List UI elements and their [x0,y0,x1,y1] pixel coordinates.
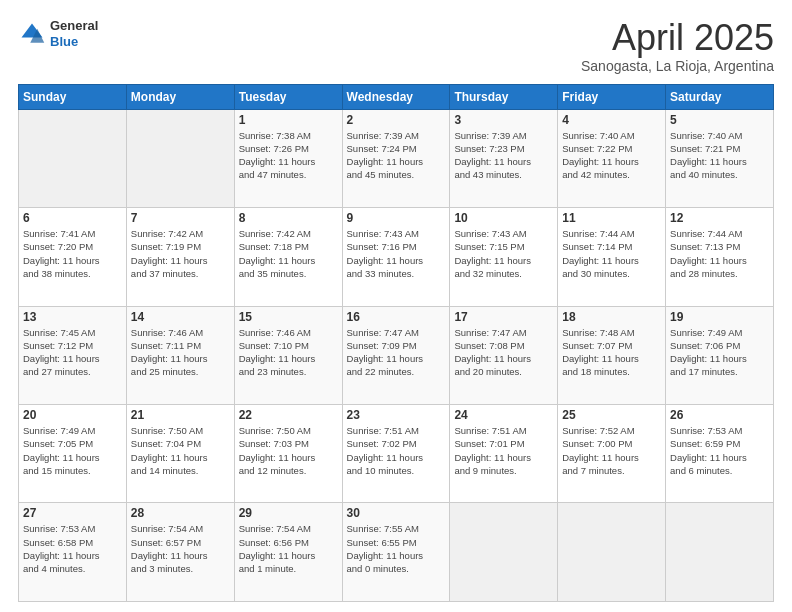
day-number: 24 [454,408,553,422]
day-number: 8 [239,211,338,225]
day-number: 29 [239,506,338,520]
day-detail: Sunrise: 7:44 AM Sunset: 7:13 PM Dayligh… [670,227,769,280]
day-number: 9 [347,211,446,225]
calendar-cell: 24Sunrise: 7:51 AM Sunset: 7:01 PM Dayli… [450,405,558,503]
day-detail: Sunrise: 7:40 AM Sunset: 7:22 PM Dayligh… [562,129,661,182]
calendar-cell: 10Sunrise: 7:43 AM Sunset: 7:15 PM Dayli… [450,208,558,306]
day-detail: Sunrise: 7:44 AM Sunset: 7:14 PM Dayligh… [562,227,661,280]
day-detail: Sunrise: 7:41 AM Sunset: 7:20 PM Dayligh… [23,227,122,280]
calendar-cell: 13Sunrise: 7:45 AM Sunset: 7:12 PM Dayli… [19,306,127,404]
col-thursday: Thursday [450,84,558,109]
calendar-title: April 2025 [581,18,774,58]
day-detail: Sunrise: 7:40 AM Sunset: 7:21 PM Dayligh… [670,129,769,182]
calendar-cell [558,503,666,602]
calendar-cell [666,503,774,602]
calendar-cell: 3Sunrise: 7:39 AM Sunset: 7:23 PM Daylig… [450,109,558,207]
calendar-cell: 28Sunrise: 7:54 AM Sunset: 6:57 PM Dayli… [126,503,234,602]
day-detail: Sunrise: 7:51 AM Sunset: 7:02 PM Dayligh… [347,424,446,477]
col-wednesday: Wednesday [342,84,450,109]
calendar-cell [19,109,127,207]
day-detail: Sunrise: 7:45 AM Sunset: 7:12 PM Dayligh… [23,326,122,379]
day-number: 14 [131,310,230,324]
day-number: 16 [347,310,446,324]
day-number: 2 [347,113,446,127]
calendar-cell: 21Sunrise: 7:50 AM Sunset: 7:04 PM Dayli… [126,405,234,503]
day-detail: Sunrise: 7:54 AM Sunset: 6:57 PM Dayligh… [131,522,230,575]
day-detail: Sunrise: 7:52 AM Sunset: 7:00 PM Dayligh… [562,424,661,477]
calendar-cell: 20Sunrise: 7:49 AM Sunset: 7:05 PM Dayli… [19,405,127,503]
calendar-cell: 1Sunrise: 7:38 AM Sunset: 7:26 PM Daylig… [234,109,342,207]
calendar-cell: 17Sunrise: 7:47 AM Sunset: 7:08 PM Dayli… [450,306,558,404]
calendar-cell: 6Sunrise: 7:41 AM Sunset: 7:20 PM Daylig… [19,208,127,306]
header: General Blue April 2025 Sanogasta, La Ri… [18,18,774,74]
day-detail: Sunrise: 7:46 AM Sunset: 7:10 PM Dayligh… [239,326,338,379]
calendar-cell: 16Sunrise: 7:47 AM Sunset: 7:09 PM Dayli… [342,306,450,404]
calendar-cell: 2Sunrise: 7:39 AM Sunset: 7:24 PM Daylig… [342,109,450,207]
col-saturday: Saturday [666,84,774,109]
day-number: 10 [454,211,553,225]
calendar-cell: 8Sunrise: 7:42 AM Sunset: 7:18 PM Daylig… [234,208,342,306]
logo-blue-text: Blue [50,34,98,50]
calendar-header-row: Sunday Monday Tuesday Wednesday Thursday… [19,84,774,109]
calendar-cell: 4Sunrise: 7:40 AM Sunset: 7:22 PM Daylig… [558,109,666,207]
logo-icon [18,20,46,48]
day-number: 27 [23,506,122,520]
week-row-4: 27Sunrise: 7:53 AM Sunset: 6:58 PM Dayli… [19,503,774,602]
day-detail: Sunrise: 7:53 AM Sunset: 6:58 PM Dayligh… [23,522,122,575]
day-detail: Sunrise: 7:54 AM Sunset: 6:56 PM Dayligh… [239,522,338,575]
logo-text: General Blue [50,18,98,49]
calendar-cell: 27Sunrise: 7:53 AM Sunset: 6:58 PM Dayli… [19,503,127,602]
day-number: 11 [562,211,661,225]
calendar-cell: 12Sunrise: 7:44 AM Sunset: 7:13 PM Dayli… [666,208,774,306]
day-detail: Sunrise: 7:39 AM Sunset: 7:24 PM Dayligh… [347,129,446,182]
day-number: 6 [23,211,122,225]
day-number: 19 [670,310,769,324]
calendar-cell: 18Sunrise: 7:48 AM Sunset: 7:07 PM Dayli… [558,306,666,404]
col-friday: Friday [558,84,666,109]
day-number: 30 [347,506,446,520]
calendar-cell [126,109,234,207]
day-detail: Sunrise: 7:49 AM Sunset: 7:06 PM Dayligh… [670,326,769,379]
week-row-2: 13Sunrise: 7:45 AM Sunset: 7:12 PM Dayli… [19,306,774,404]
day-detail: Sunrise: 7:50 AM Sunset: 7:04 PM Dayligh… [131,424,230,477]
day-detail: Sunrise: 7:53 AM Sunset: 6:59 PM Dayligh… [670,424,769,477]
calendar-cell: 15Sunrise: 7:46 AM Sunset: 7:10 PM Dayli… [234,306,342,404]
calendar-cell [450,503,558,602]
day-number: 3 [454,113,553,127]
col-sunday: Sunday [19,84,127,109]
day-number: 17 [454,310,553,324]
day-detail: Sunrise: 7:51 AM Sunset: 7:01 PM Dayligh… [454,424,553,477]
title-block: April 2025 Sanogasta, La Rioja, Argentin… [581,18,774,74]
calendar-cell: 29Sunrise: 7:54 AM Sunset: 6:56 PM Dayli… [234,503,342,602]
day-detail: Sunrise: 7:48 AM Sunset: 7:07 PM Dayligh… [562,326,661,379]
week-row-1: 6Sunrise: 7:41 AM Sunset: 7:20 PM Daylig… [19,208,774,306]
day-detail: Sunrise: 7:46 AM Sunset: 7:11 PM Dayligh… [131,326,230,379]
calendar-cell: 26Sunrise: 7:53 AM Sunset: 6:59 PM Dayli… [666,405,774,503]
col-monday: Monday [126,84,234,109]
day-number: 13 [23,310,122,324]
day-number: 12 [670,211,769,225]
calendar-cell: 23Sunrise: 7:51 AM Sunset: 7:02 PM Dayli… [342,405,450,503]
day-detail: Sunrise: 7:42 AM Sunset: 7:19 PM Dayligh… [131,227,230,280]
day-detail: Sunrise: 7:49 AM Sunset: 7:05 PM Dayligh… [23,424,122,477]
page: General Blue April 2025 Sanogasta, La Ri… [0,0,792,612]
calendar-cell: 5Sunrise: 7:40 AM Sunset: 7:21 PM Daylig… [666,109,774,207]
day-detail: Sunrise: 7:43 AM Sunset: 7:16 PM Dayligh… [347,227,446,280]
day-number: 26 [670,408,769,422]
day-number: 5 [670,113,769,127]
day-detail: Sunrise: 7:43 AM Sunset: 7:15 PM Dayligh… [454,227,553,280]
day-detail: Sunrise: 7:55 AM Sunset: 6:55 PM Dayligh… [347,522,446,575]
day-number: 18 [562,310,661,324]
day-detail: Sunrise: 7:47 AM Sunset: 7:08 PM Dayligh… [454,326,553,379]
day-detail: Sunrise: 7:38 AM Sunset: 7:26 PM Dayligh… [239,129,338,182]
calendar-cell: 30Sunrise: 7:55 AM Sunset: 6:55 PM Dayli… [342,503,450,602]
calendar-cell: 11Sunrise: 7:44 AM Sunset: 7:14 PM Dayli… [558,208,666,306]
calendar-cell: 7Sunrise: 7:42 AM Sunset: 7:19 PM Daylig… [126,208,234,306]
calendar-cell: 19Sunrise: 7:49 AM Sunset: 7:06 PM Dayli… [666,306,774,404]
week-row-0: 1Sunrise: 7:38 AM Sunset: 7:26 PM Daylig… [19,109,774,207]
day-detail: Sunrise: 7:42 AM Sunset: 7:18 PM Dayligh… [239,227,338,280]
logo-general-text: General [50,18,98,34]
col-tuesday: Tuesday [234,84,342,109]
day-number: 15 [239,310,338,324]
day-number: 22 [239,408,338,422]
